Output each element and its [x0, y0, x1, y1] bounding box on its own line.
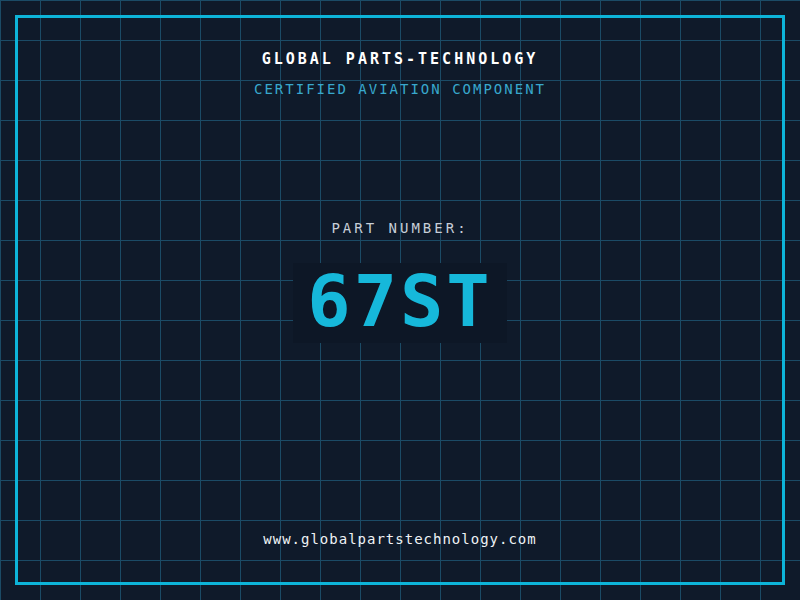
- part-number-value: 67ST: [293, 263, 506, 343]
- part-number-row: 67ST: [0, 263, 800, 343]
- company-name: GLOBAL PARTS-TECHNOLOGY: [0, 50, 800, 68]
- part-number-label: PART NUMBER:: [0, 220, 800, 236]
- certification-subtitle: CERTIFIED AVIATION COMPONENT: [0, 81, 800, 97]
- website-url: www.globalpartstechnology.com: [0, 531, 800, 547]
